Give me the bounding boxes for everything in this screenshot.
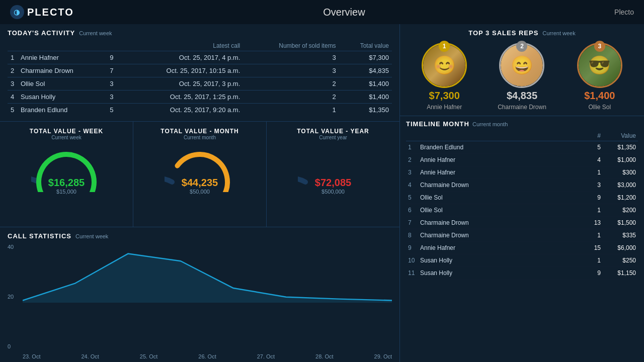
tl-row-value: $3,000	[601, 182, 636, 189]
tl-row-rank: 3	[408, 169, 420, 176]
main-content: TODAY'S ACTIVITY Current week Latest cal…	[0, 24, 644, 362]
tl-row-rank: 5	[408, 194, 420, 201]
tl-row-value: $6,000	[601, 244, 636, 251]
row-latest-call: Oct. 25, 2017, 10:15 a.m.	[122, 64, 243, 77]
top-reps-section: TOP 3 SALES REPS Current week 1 😊 $7,300…	[400, 24, 644, 116]
row-score: 3	[107, 77, 122, 90]
tl-row-hash: 4	[581, 156, 601, 163]
table-row: 4 Susan Holly 3 Oct. 25, 2017, 1:25 p.m.…	[8, 90, 392, 104]
activity-table: Latest call Number of sold items Total v…	[8, 41, 392, 116]
callstats-subtitle: Current week	[75, 233, 108, 239]
gauge-subtitle: Current year	[319, 135, 347, 140]
row-score: 9	[107, 51, 122, 64]
rep-name: Charmaine Drown	[498, 104, 546, 111]
rep-card-2: 2 😄 $4,835 Charmaine Drown	[485, 43, 558, 111]
call-chart	[23, 244, 392, 303]
tl-row-name: Branden Edlund	[420, 144, 581, 151]
row-rank: 5	[8, 104, 18, 117]
col-score	[107, 41, 122, 51]
gauge-value: $44,235	[182, 177, 218, 189]
table-row: 3 Ollie Sol 3 Oct. 25, 2017, 3 p.m. 2 $1…	[8, 77, 392, 90]
tl-row-value: $1,350	[601, 144, 636, 151]
row-name: Susan Holly	[18, 90, 107, 104]
row-score: 5	[107, 104, 122, 117]
gauge-card-3: TOTAL VALUE - YEAR Current year $72,085 …	[267, 122, 399, 227]
row-value: $4,835	[339, 64, 392, 77]
tl-row-rank: 10	[408, 257, 420, 264]
tl-row-rank: 8	[408, 232, 420, 239]
tl-row-hash: 9	[581, 194, 601, 201]
callstats-header: CALL STATISTICS Current week	[8, 232, 392, 240]
tl-row-value: $1,150	[601, 269, 636, 277]
tl-row-name: Susan Holly	[420, 257, 581, 264]
callstats-section: CALL STATISTICS Current week 40200 23. O…	[0, 227, 399, 362]
row-name: Charmaine Drown	[18, 64, 107, 77]
chart-x-label: 25. Oct	[140, 353, 157, 359]
row-sold: 2	[243, 77, 339, 90]
col-sold: Number of sold items	[243, 41, 339, 51]
tl-row-name: Ollie Sol	[420, 194, 581, 201]
list-item: 5 Ollie Sol 9 $1,200	[406, 192, 638, 204]
right-panel: TOP 3 SALES REPS Current week 1 😊 $7,300…	[400, 24, 644, 362]
tl-row-value: $1,000	[601, 156, 636, 163]
row-rank: 2	[8, 64, 18, 77]
chart-y-label: 0	[8, 343, 14, 349]
row-sold: 3	[243, 64, 339, 77]
chart-x-label: 29. Oct	[374, 353, 392, 359]
timeline-columns: # Value	[406, 131, 638, 141]
col-tl-hash: #	[581, 132, 601, 139]
list-item: 2 Annie Hafner 4 $1,000	[406, 154, 638, 166]
tl-row-rank: 11	[408, 269, 420, 277]
rep-rank-badge: 3	[594, 41, 605, 52]
row-rank: 3	[8, 77, 18, 90]
svg-marker-0	[23, 254, 392, 303]
tl-row-value: $300	[601, 169, 636, 176]
tl-row-name: Charmaine Drown	[420, 219, 581, 226]
gauge-target: $15,000	[56, 189, 76, 195]
rep-card-3: 3 😎 $1,400 Ollie Sol	[563, 43, 636, 111]
gauge-title: TOTAL VALUE - YEAR	[297, 128, 369, 135]
chart-y-labels: 40200	[8, 244, 14, 349]
list-item: 10 Susan Holly 1 $250	[406, 254, 638, 267]
gauge-card-2: TOTAL VALUE - MONTH Current month $44,23…	[133, 122, 267, 227]
tl-row-name: Annie Hafner	[420, 156, 581, 163]
callstats-title: CALL STATISTICS	[8, 232, 71, 240]
logo-text: PLECTO	[27, 7, 74, 18]
gauge-target: $50,000	[190, 189, 210, 195]
top-reps-title: TOP 3 SALES REPS	[468, 29, 538, 37]
gauge-value: $16,285	[48, 177, 85, 189]
rep-rank-badge: 1	[439, 41, 450, 52]
row-latest-call: Oct. 25, 2017, 1:25 p.m.	[122, 90, 243, 104]
row-name: Branden Edlund	[18, 104, 107, 117]
tl-row-name: Annie Hafner	[420, 244, 581, 251]
page-title: Overview	[323, 7, 365, 18]
chart-x-label: 27. Oct	[257, 353, 275, 359]
gauge-title: TOTAL VALUE - WEEK	[30, 128, 103, 135]
timeline-header: TIMELINE MONTH Current month	[406, 120, 638, 128]
rep-name: Ollie Sol	[588, 104, 611, 111]
list-item: 9 Annie Hafner 15 $6,000	[406, 242, 638, 254]
tl-row-hash: 1	[581, 169, 601, 176]
activity-subtitle: Current week	[79, 30, 112, 36]
row-rank: 1	[8, 51, 18, 64]
activity-header: TODAY'S ACTIVITY Current week	[8, 29, 392, 37]
row-latest-call: Oct. 25, 2017, 3 p.m.	[122, 77, 243, 90]
tl-row-rank: 9	[408, 244, 420, 251]
top-reps-subtitle: Current week	[542, 30, 575, 36]
rep-card-1: 1 😊 $7,300 Annie Hafner	[408, 43, 481, 111]
left-panel: TODAY'S ACTIVITY Current week Latest cal…	[0, 24, 400, 362]
list-item: 6 Ollie Sol 1 $200	[406, 204, 638, 217]
row-value: $1,400	[339, 77, 392, 90]
row-score: 7	[107, 64, 122, 77]
logo: ◑ PLECTO	[10, 5, 74, 19]
gauge-subtitle: Current week	[51, 135, 81, 140]
gauge-title: TOTAL VALUE - MONTH	[160, 128, 238, 135]
chart-x-label: 28. Oct	[315, 353, 333, 359]
row-name: Ollie Sol	[18, 77, 107, 90]
tl-row-rank: 7	[408, 219, 420, 226]
row-sold: 3	[243, 51, 339, 64]
row-latest-call: Oct. 25, 2017, 4 p.m.	[122, 51, 243, 64]
tl-row-value: $1,500	[601, 219, 636, 226]
rep-rank-badge: 2	[516, 41, 527, 52]
logo-icon: ◑	[10, 5, 24, 19]
